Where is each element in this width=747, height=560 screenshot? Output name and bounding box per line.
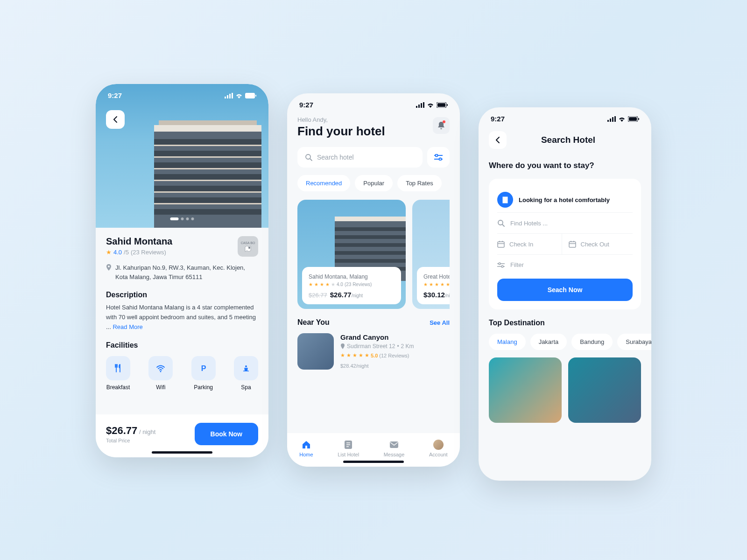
hint-text: Looking for a hotel comfortably bbox=[519, 196, 610, 203]
facility-label: Parking bbox=[194, 384, 213, 391]
svg-rect-44 bbox=[335, 251, 406, 255]
search-now-button[interactable]: Seach Now bbox=[497, 279, 633, 301]
status-icons bbox=[225, 93, 256, 98]
near-image bbox=[297, 333, 334, 370]
see-all-link[interactable]: See All bbox=[430, 319, 450, 326]
status-bar: 9:27 bbox=[479, 107, 651, 126]
home-indicator bbox=[343, 461, 404, 463]
destination-image[interactable] bbox=[489, 357, 562, 423]
svg-rect-16 bbox=[154, 145, 261, 146]
svg-rect-1 bbox=[227, 95, 228, 98]
search-placeholder: Search hotel bbox=[317, 154, 354, 161]
phone-detail: 9:27 Sahid Montana ★ 4.0/5 (23 bbox=[96, 84, 268, 457]
svg-rect-69 bbox=[504, 200, 505, 201]
tab-list[interactable]: List Hotel bbox=[338, 440, 359, 457]
hotel-title: Sahid Montana bbox=[106, 236, 172, 247]
svg-rect-61 bbox=[612, 117, 613, 122]
notification-button[interactable] bbox=[433, 117, 450, 134]
svg-rect-17 bbox=[154, 156, 261, 158]
svg-rect-73 bbox=[498, 242, 504, 247]
price: $26.77 / night bbox=[106, 425, 155, 437]
signal-icon bbox=[225, 93, 233, 98]
status-icons bbox=[607, 116, 639, 122]
tab-account[interactable]: Account bbox=[429, 440, 448, 457]
phone-search: 9:27 Search Hotel Where do you want to s… bbox=[479, 107, 651, 481]
facility-breakfast[interactable]: Breakfast bbox=[106, 356, 130, 391]
signal-icon bbox=[607, 116, 616, 122]
facility-wifi[interactable]: Wifi bbox=[148, 356, 173, 391]
svg-rect-12 bbox=[154, 174, 261, 180]
tab-home[interactable]: Home bbox=[299, 440, 313, 457]
dest-malang[interactable]: Malang bbox=[489, 334, 526, 350]
svg-rect-45 bbox=[335, 259, 406, 263]
read-more-link[interactable]: Read More bbox=[113, 323, 142, 330]
checkin-input[interactable]: Check In bbox=[497, 234, 562, 254]
checkout-input[interactable]: Check Out bbox=[562, 234, 633, 254]
near-info: Grand Canyon Sudirman Street 12 • 2 Km ★… bbox=[340, 333, 414, 370]
svg-point-82 bbox=[499, 263, 500, 265]
svg-rect-8 bbox=[159, 120, 257, 125]
svg-rect-29 bbox=[423, 102, 424, 108]
map-thumbnail[interactable]: CASA BO bbox=[238, 236, 258, 257]
page-title: Find your hotel bbox=[297, 124, 385, 139]
near-name: Grand Canyon bbox=[340, 333, 414, 341]
svg-rect-27 bbox=[418, 105, 420, 108]
description-text: Hotel Sahid Montana Malang is a 4 star c… bbox=[106, 303, 258, 332]
facility-spa[interactable]: Spa bbox=[234, 356, 258, 391]
back-button[interactable] bbox=[106, 110, 125, 129]
filter-button[interactable] bbox=[427, 147, 450, 168]
svg-rect-67 bbox=[504, 198, 505, 199]
address: Jl. Kahuripan No.9, RW.3, Kauman, Kec. K… bbox=[106, 263, 258, 281]
svg-rect-3 bbox=[232, 93, 233, 98]
svg-line-34 bbox=[310, 159, 312, 161]
search-input[interactable]: Search hotel bbox=[297, 147, 423, 168]
facility-label: Breakfast bbox=[106, 384, 130, 391]
svg-rect-7 bbox=[154, 125, 261, 132]
phone-home: 9:27 Hello Andy, Find your hotel Search … bbox=[287, 93, 460, 467]
status-bar: 9:27 bbox=[96, 84, 268, 103]
svg-point-84 bbox=[501, 266, 503, 267]
svg-rect-19 bbox=[154, 180, 261, 181]
card-rating: ★★★★★ 5.0 (53 bbox=[423, 282, 450, 287]
bell-icon bbox=[437, 121, 445, 130]
back-button[interactable] bbox=[489, 131, 507, 149]
filter-input[interactable]: Filter bbox=[497, 254, 633, 275]
chip-popular[interactable]: Popular bbox=[355, 175, 393, 191]
home-icon bbox=[301, 440, 311, 450]
svg-rect-13 bbox=[154, 186, 261, 191]
page-title: Search Hotel bbox=[513, 135, 623, 145]
book-button[interactable]: Book Now bbox=[195, 423, 258, 445]
reviews-count: (23 Reviews) bbox=[131, 249, 166, 256]
facility-label: Spa bbox=[241, 384, 251, 391]
svg-rect-77 bbox=[569, 242, 576, 247]
hotel-card[interactable]: Great Hotel, Batu ★★★★★ 5.0 (53 $30.12/n… bbox=[412, 200, 450, 309]
svg-rect-15 bbox=[154, 209, 261, 215]
svg-text:P: P bbox=[201, 364, 206, 372]
pin-icon bbox=[340, 343, 345, 349]
near-item[interactable]: Grand Canyon Sudirman Street 12 • 2 Km ★… bbox=[297, 333, 450, 370]
destination-chips: Malang Jakarta Bandung Surabaya bbox=[489, 334, 641, 350]
facility-parking[interactable]: P Parking bbox=[191, 356, 216, 391]
destination-image[interactable] bbox=[568, 357, 641, 423]
detail-body: Sahid Montana ★ 4.0/5 (23 Reviews) CASA … bbox=[96, 228, 268, 414]
svg-point-23 bbox=[160, 371, 162, 372]
calendar-icon bbox=[569, 240, 576, 248]
dest-jakarta[interactable]: Jakarta bbox=[530, 334, 567, 350]
near-location: Sudirman Street 12 • 2 Km bbox=[340, 343, 414, 350]
list-icon bbox=[343, 440, 353, 450]
carousel-dots[interactable] bbox=[170, 217, 194, 220]
svg-rect-18 bbox=[154, 168, 261, 169]
chip-recommended[interactable]: Recomended bbox=[297, 175, 350, 191]
near-price: $28.42/night bbox=[340, 361, 414, 370]
address-text: Jl. Kahuripan No.9, RW.3, Kauman, Kec. K… bbox=[115, 263, 258, 281]
chip-top-rates[interactable]: Top Rates bbox=[397, 175, 442, 191]
tab-message[interactable]: Message bbox=[384, 440, 405, 457]
dest-surabaya[interactable]: Surabaya bbox=[617, 334, 651, 350]
dest-bandung[interactable]: Bandung bbox=[571, 334, 613, 350]
battery-icon bbox=[628, 116, 639, 122]
card-rating: ★★★★★ 4.0 (23 Reviews) bbox=[309, 282, 395, 287]
signal-icon bbox=[416, 102, 424, 108]
battery-icon bbox=[437, 102, 448, 108]
hotel-card[interactable]: Sahid Montana, Malang ★★★★★ 4.0 (23 Revi… bbox=[297, 200, 406, 309]
find-hotels-input[interactable]: Find Hotels ... bbox=[497, 212, 633, 233]
